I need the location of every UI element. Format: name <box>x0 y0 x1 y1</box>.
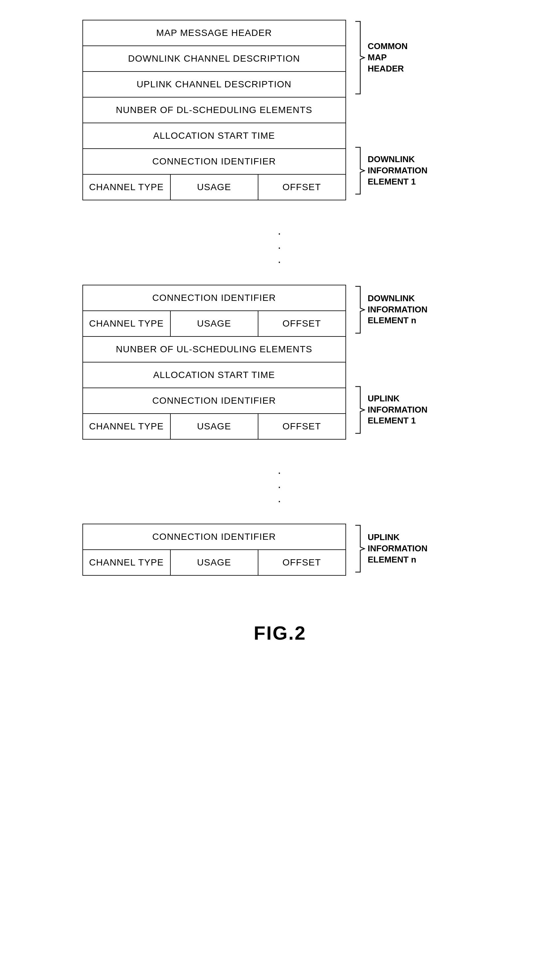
dots-1: ··· <box>277 226 282 269</box>
cell-usage-4: USAGE <box>171 550 258 575</box>
brace-downlink-info-n: DOWNLINK INFORMATION ELEMENT n <box>352 285 428 335</box>
cell-offset-3: OFFSET <box>258 414 345 439</box>
brace-uplink-info-n: UPLINK INFORMATION ELEMENT n <box>352 524 428 574</box>
label-downlink-info-1: DOWNLINK INFORMATION ELEMENT 1 <box>368 154 428 187</box>
row-connection-identifier-1: CONNECTION IDENTIFIER <box>83 149 345 175</box>
dots-2: ··· <box>277 465 282 508</box>
brace-uplink-info-1: UPLINK INFORMATION ELEMENT 1 <box>352 385 428 435</box>
diagram-container: MAP MESSAGE HEADER DOWNLINK CHANNEL DESC… <box>49 20 511 644</box>
cell-usage-3: USAGE <box>171 414 258 439</box>
figure-label: FIG.2 <box>254 622 307 644</box>
row-num-dl-scheduling: NUNBER OF DL-SCHEDULING ELEMENTS <box>83 97 345 123</box>
label-uplink-info-1: UPLINK INFORMATION ELEMENT 1 <box>368 393 428 426</box>
row-connection-identifier-4: CONNECTION IDENTIFIER <box>83 524 345 550</box>
block3-wrapper: CONNECTION IDENTIFIER CHANNEL TYPE USAGE… <box>82 524 478 576</box>
cell-usage-1: USAGE <box>171 175 258 200</box>
row-downlink-channel-desc: DOWNLINK CHANNEL DESCRIPTION <box>83 46 345 72</box>
block2-table: CONNECTION IDENTIFIER CHANNEL TYPE USAGE… <box>82 285 346 440</box>
row-map-message-header: MAP MESSAGE HEADER <box>83 20 345 46</box>
block1-table: MAP MESSAGE HEADER DOWNLINK CHANNEL DESC… <box>82 20 346 200</box>
brace-gap-1 <box>352 96 428 146</box>
cell-channel-type-1: CHANNEL TYPE <box>83 175 171 200</box>
cell-usage-2: USAGE <box>171 311 258 336</box>
brace-downlink-info-n-svg <box>352 285 365 335</box>
label-common-map-header: COMMON MAP HEADER <box>368 41 408 74</box>
row-connection-identifier-3: CONNECTION IDENTIFIER <box>83 388 345 414</box>
block3-annotations: UPLINK INFORMATION ELEMENT n <box>352 524 428 576</box>
label-uplink-info-n: UPLINK INFORMATION ELEMENT n <box>368 532 428 565</box>
block2-annotations: DOWNLINK INFORMATION ELEMENT n UPLINK IN… <box>352 285 428 440</box>
row-split-3: CHANNEL TYPE USAGE OFFSET <box>83 414 345 439</box>
block1-wrapper: MAP MESSAGE HEADER DOWNLINK CHANNEL DESC… <box>82 20 478 200</box>
block1-annotations: COMMON MAP HEADER DOWNLINK INFORMATION E… <box>352 20 428 200</box>
row-connection-identifier-2: CONNECTION IDENTIFIER <box>83 285 345 311</box>
cell-offset-2: OFFSET <box>258 311 345 336</box>
brace-uplink-info-n-svg <box>352 524 365 574</box>
cell-channel-type-2: CHANNEL TYPE <box>83 311 171 336</box>
row-uplink-channel-desc: UPLINK CHANNEL DESCRIPTION <box>83 72 345 97</box>
brace-downlink-info-1: DOWNLINK INFORMATION ELEMENT 1 <box>352 146 428 196</box>
brace-gap-2 <box>352 335 428 385</box>
label-downlink-info-n: DOWNLINK INFORMATION ELEMENT n <box>368 293 428 326</box>
row-num-ul-scheduling: NUNBER OF UL-SCHEDULING ELEMENTS <box>83 337 345 363</box>
cell-channel-type-4: CHANNEL TYPE <box>83 550 171 575</box>
cell-channel-type-3: CHANNEL TYPE <box>83 414 171 439</box>
brace-uplink-info-1-svg <box>352 385 365 435</box>
block3-table: CONNECTION IDENTIFIER CHANNEL TYPE USAGE… <box>82 524 346 576</box>
cell-offset-1: OFFSET <box>258 175 345 200</box>
row-allocation-start-time-2: ALLOCATION START TIME <box>83 363 345 388</box>
block2-wrapper: CONNECTION IDENTIFIER CHANNEL TYPE USAGE… <box>82 285 478 440</box>
row-split-4: CHANNEL TYPE USAGE OFFSET <box>83 550 345 575</box>
row-split-2: CHANNEL TYPE USAGE OFFSET <box>83 311 345 337</box>
row-split-1: CHANNEL TYPE USAGE OFFSET <box>83 175 345 200</box>
brace-common-map-header-svg <box>352 20 365 96</box>
cell-offset-4: OFFSET <box>258 550 345 575</box>
brace-downlink-info-1-svg <box>352 146 365 196</box>
row-allocation-start-time-1: ALLOCATION START TIME <box>83 123 345 149</box>
brace-common-map-header: COMMON MAP HEADER <box>352 20 428 96</box>
